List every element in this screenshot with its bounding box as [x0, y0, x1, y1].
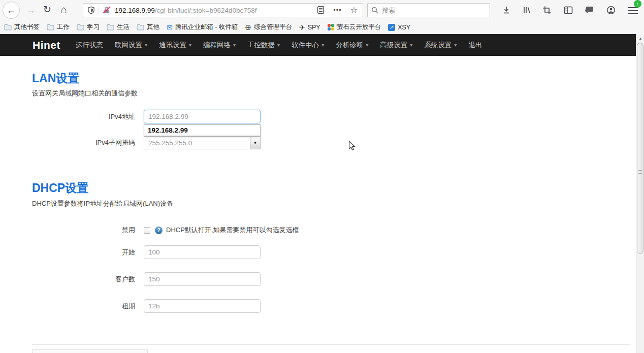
search-box[interactable]: [367, 3, 490, 17]
colorful-dots-icon: [328, 24, 334, 30]
chevron-down-icon: ▾: [233, 42, 236, 48]
sidebar-toggle-icon[interactable]: [564, 6, 573, 15]
globe-icon: ⊕: [245, 23, 251, 31]
chevron-down-icon: ▼: [253, 141, 257, 145]
dhcp-start-input[interactable]: [144, 245, 261, 259]
chevron-down-icon: ▾: [454, 42, 457, 48]
nav-item-software-center[interactable]: 软件中心▾: [292, 41, 324, 50]
select-dropdown-button[interactable]: ▼: [250, 137, 260, 149]
nav-item-advanced-settings[interactable]: 高级设置▾: [380, 41, 412, 50]
help-icon: ?: [155, 227, 163, 234]
scrollbar-thumb[interactable]: [637, 43, 643, 254]
bookmark-folder-study[interactable]: 学习: [77, 23, 100, 31]
chevron-down-icon: ▾: [410, 42, 412, 48]
forward-icon: →: [26, 5, 36, 15]
url-text[interactable]: 192.168.9.99/cgi-bin/luci/;stok=b9624d0b…: [115, 7, 313, 14]
site-navbar: Hinet 运行状态 联网设置▾ 通讯设置▾ 编程网络▾ 工控数据▾ 软件中心▾…: [0, 34, 636, 56]
download-icon[interactable]: [502, 6, 511, 15]
chevron-down-icon: ▾: [277, 42, 280, 48]
lan-section-subtitle: 设置网关局域网端口相关的通信参数: [32, 89, 138, 98]
xsy-icon: ↗: [388, 24, 395, 31]
lan-section-title: LAN设置: [32, 71, 79, 86]
netmask-select[interactable]: 255.255.255.0 ▼: [144, 136, 261, 149]
ipv4-address-label: IPv4地址: [0, 112, 135, 121]
page-actions-icon[interactable]: ⋯: [333, 6, 341, 14]
folder-icon: [137, 24, 144, 30]
dhcp-section-subtitle: DHCP设置参数将IP地址分配给局域网(LAN)设备: [32, 199, 173, 208]
chevron-down-icon: ▾: [366, 42, 368, 48]
folder-icon: [107, 24, 114, 30]
nav-item-comm-settings[interactable]: 通讯设置▾: [159, 41, 191, 50]
dhcp-disable-row: 禁用 ? DHCP默认打开,如果需要禁用可以勾选复选框: [0, 226, 299, 235]
url-bar[interactable]: 192.168.9.99/cgi-bin/luci/;stok=b9624d0b…: [83, 3, 363, 17]
bookmark-ezviz-open-platform[interactable]: 萤石云开放平台: [328, 23, 381, 31]
bookmark-management-platform[interactable]: ⊕ 综合管理平台: [245, 23, 292, 31]
reload-button[interactable]: ↻: [43, 5, 51, 14]
reload-icon: ↻: [43, 4, 51, 15]
browser-window: ← → ↻ ⌂ 192.168.9.99/cgi-bin/luci/;stok=…: [0, 0, 644, 353]
scrollbar-up-button[interactable]: ▲: [636, 34, 644, 43]
nav-item-system-settings[interactable]: 系统设置▾: [424, 41, 457, 50]
autocomplete-suggestion[interactable]: 192.168.2.99: [144, 124, 261, 136]
bookmark-xsy[interactable]: ↗ XSY: [388, 24, 410, 31]
dhcp-limit-label: 客户数: [0, 275, 135, 284]
scroll-up-icon: ▲: [639, 37, 642, 40]
nav-item-diagnostics[interactable]: 分析诊断▾: [336, 41, 368, 50]
dhcp-lease-input[interactable]: [144, 299, 261, 313]
browser-toolbar: ← → ↻ ⌂ 192.168.9.99/cgi-bin/luci/;stok=…: [0, 0, 644, 20]
nav-item-programming-network[interactable]: 编程网络▾: [203, 41, 236, 50]
nav-item-network-settings[interactable]: 联网设置▾: [115, 41, 147, 50]
dhcp-start-row: 开始: [0, 245, 261, 259]
chevron-down-icon: ▾: [189, 42, 191, 48]
account-icon[interactable]: [606, 6, 616, 15]
reader-view-icon[interactable]: [317, 6, 324, 15]
ipv4-address-row: IPv4地址: [0, 110, 261, 123]
badge-up-icon: ↑: [636, 2, 639, 7]
plane-icon: ✈: [299, 24, 305, 31]
search-icon: [371, 7, 378, 14]
home-icon: ⌂: [60, 4, 67, 15]
insecure-lock-icon[interactable]: [103, 6, 111, 14]
bookmark-folder-work[interactable]: 工作: [47, 23, 70, 31]
home-button[interactable]: ⌂: [60, 4, 67, 15]
dhcp-limit-input[interactable]: [144, 272, 261, 286]
brand-logo[interactable]: Hinet: [33, 39, 60, 51]
update-badge[interactable]: ↑: [634, 0, 641, 8]
mouse-cursor: [348, 141, 356, 153]
forward-button[interactable]: →: [26, 6, 36, 15]
bookmark-folder-life[interactable]: 生活: [107, 23, 130, 31]
menu-icon[interactable]: [628, 7, 638, 14]
nav-item-status[interactable]: 运行状态: [76, 41, 103, 50]
screenshot-crop-icon[interactable]: [542, 6, 552, 15]
dhcp-section-title: DHCP设置: [32, 180, 88, 196]
library-icon[interactable]: [522, 6, 531, 15]
search-input[interactable]: [382, 7, 490, 14]
bookmark-folder-misc[interactable]: 其他: [137, 23, 159, 31]
tencent-mail-icon: ✉: [167, 24, 173, 31]
page-scrollbar[interactable]: ▲: [636, 34, 644, 353]
url-host: 192.168.9.99: [115, 7, 155, 14]
bookmark-spy[interactable]: ✈ SPY: [299, 24, 320, 31]
scrollbar-grip: [638, 170, 642, 175]
netmask-selected-value: 255.255.255.0: [144, 139, 250, 147]
urlbar-divider: [99, 6, 99, 14]
tracking-shield-icon[interactable]: [87, 6, 95, 14]
back-icon: ←: [7, 6, 16, 15]
chevron-down-icon: ▾: [321, 42, 324, 48]
netmask-label: IPv4子网掩码: [0, 138, 135, 147]
ipv4-address-input[interactable]: [144, 110, 261, 123]
nav-item-industrial-data[interactable]: 工控数据▾: [247, 41, 280, 50]
nav-item-logout[interactable]: 退出: [468, 41, 482, 50]
bookmark-tencent-mail[interactable]: ✉ 腾讯企业邮箱 - 收件箱: [167, 23, 238, 31]
bookmark-star-icon[interactable]: ☆: [350, 6, 358, 14]
dhcp-start-label: 开始: [0, 248, 135, 257]
netmask-row: IPv4子网掩码 255.255.255.0 ▼: [0, 136, 261, 149]
dhcp-limit-row: 客户数: [0, 272, 261, 286]
bookmark-folder-other-bookmarks[interactable]: 其他书签: [4, 23, 40, 31]
dhcp-disable-checkbox[interactable]: [144, 227, 150, 234]
page-content: Hinet 运行状态 联网设置▾ 通讯设置▾ 编程网络▾ 工控数据▾ 软件中心▾…: [0, 34, 644, 353]
back-button[interactable]: ←: [3, 2, 20, 19]
messages-icon[interactable]: [585, 6, 594, 15]
section-divider: [32, 344, 630, 345]
dhcp-disable-label: 禁用: [0, 226, 135, 235]
